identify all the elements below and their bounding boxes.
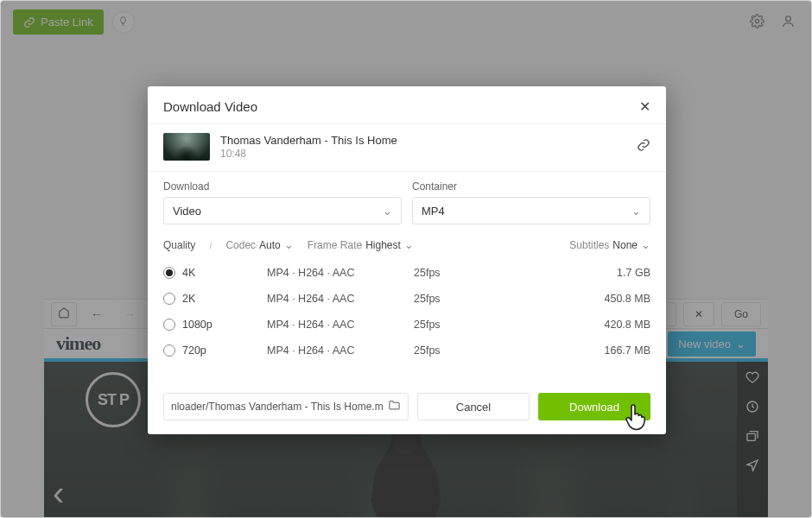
video-duration: 10:48: [220, 148, 626, 160]
container-select[interactable]: MP4 ⌄: [412, 197, 650, 224]
quality-radio[interactable]: 2K: [163, 293, 267, 305]
output-path-text: nloader/Thomas Vanderham - This Is Home.…: [171, 401, 383, 413]
codec-label: MP4 · H264 · AAC: [267, 267, 414, 279]
fps-label: 25fps: [414, 293, 483, 305]
chevron-down-icon: ⌄: [284, 238, 294, 251]
codec-label: MP4 · H264 · AAC: [267, 344, 414, 357]
output-path-field[interactable]: nloader/Thomas Vanderham - This Is Home.…: [163, 393, 409, 420]
chevron-down-icon: ⌄: [404, 238, 414, 251]
codec-filter[interactable]: Codec Auto ⌄: [225, 238, 293, 251]
fps-label: 25fps: [414, 267, 483, 279]
quality-label: 2K: [182, 293, 195, 305]
quality-label: 1080p: [182, 319, 213, 331]
folder-icon[interactable]: [388, 399, 401, 414]
close-button[interactable]: ✕: [639, 98, 650, 115]
video-thumbnail: [163, 133, 210, 161]
codec-label: MP4 · H264 · AAC: [267, 319, 414, 331]
cancel-button[interactable]: Cancel: [417, 393, 530, 420]
quality-label: Quality: [163, 239, 195, 251]
radio-icon: [163, 293, 175, 305]
quality-radio[interactable]: 1080p: [163, 319, 267, 331]
fps-label: 25fps: [414, 319, 483, 331]
quality-row[interactable]: 4KMP4 · H264 · AAC25fps1.7 GB: [163, 260, 650, 286]
container-label: Container: [412, 180, 650, 193]
quality-list: 4KMP4 · H264 · AAC25fps1.7 GB2KMP4 · H26…: [163, 260, 650, 363]
size-label: 1.7 GB: [483, 267, 650, 279]
radio-icon: [163, 319, 175, 331]
codec-label: MP4 · H264 · AAC: [267, 293, 414, 305]
subtitles-filter[interactable]: Subtitles None ⌄: [569, 238, 650, 251]
quality-row[interactable]: 720pMP4 · H264 · AAC25fps166.7 MB: [163, 338, 650, 363]
download-type-label: Download: [163, 180, 402, 193]
quality-radio[interactable]: 720p: [163, 344, 267, 357]
radio-icon: [163, 344, 175, 357]
quality-label: 4K: [182, 267, 195, 279]
framerate-filter[interactable]: Frame Rate Highest ⌄: [308, 238, 414, 251]
source-link-button[interactable]: [637, 138, 650, 155]
chevron-down-icon: ⌄: [383, 205, 392, 218]
chevron-down-icon: ⌄: [641, 238, 650, 251]
dialog-title: Download Video: [163, 99, 257, 114]
quality-row[interactable]: 2KMP4 · H264 · AAC25fps450.8 MB: [163, 286, 650, 312]
fps-label: 25fps: [414, 344, 483, 357]
download-type-select[interactable]: Video ⌄: [163, 197, 402, 224]
quality-row[interactable]: 1080pMP4 · H264 · AAC25fps420.8 MB: [163, 312, 650, 338]
size-label: 166.7 MB: [483, 344, 650, 357]
chevron-down-icon: ⌄: [631, 205, 641, 218]
close-icon: ✕: [639, 99, 650, 114]
video-title: Thomas Vanderham - This Is Home: [220, 134, 626, 147]
size-label: 450.8 MB: [483, 293, 650, 305]
quality-radio[interactable]: 4K: [163, 267, 267, 279]
link-icon: [637, 140, 650, 155]
download-video-dialog: Download Video ✕ Thomas Vanderham - This…: [148, 86, 666, 434]
quality-label: 720p: [182, 344, 206, 357]
radio-icon: [163, 267, 175, 279]
info-icon[interactable]: i: [209, 240, 212, 250]
download-button[interactable]: Download: [538, 393, 650, 420]
size-label: 420.8 MB: [483, 319, 650, 331]
